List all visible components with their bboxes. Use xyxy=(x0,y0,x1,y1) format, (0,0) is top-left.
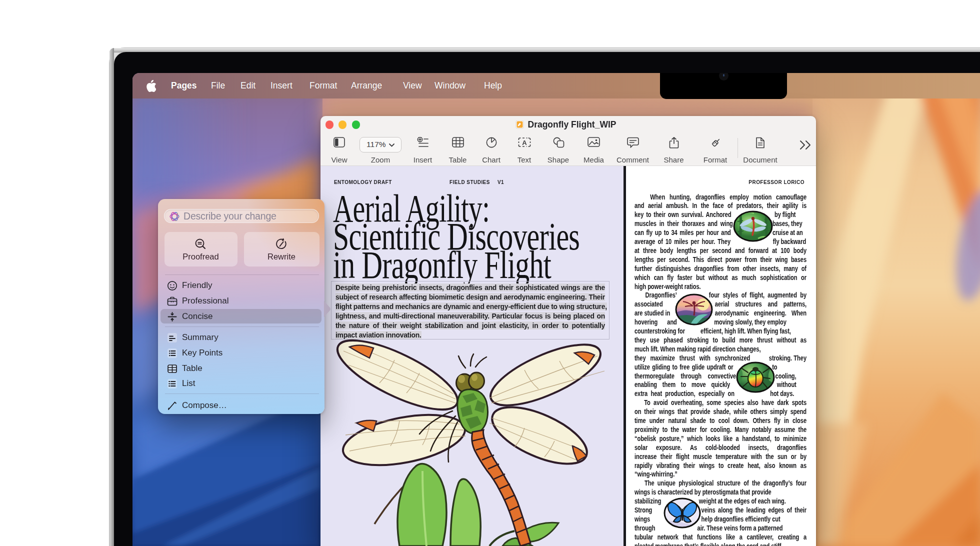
svg-text:A: A xyxy=(522,138,527,146)
